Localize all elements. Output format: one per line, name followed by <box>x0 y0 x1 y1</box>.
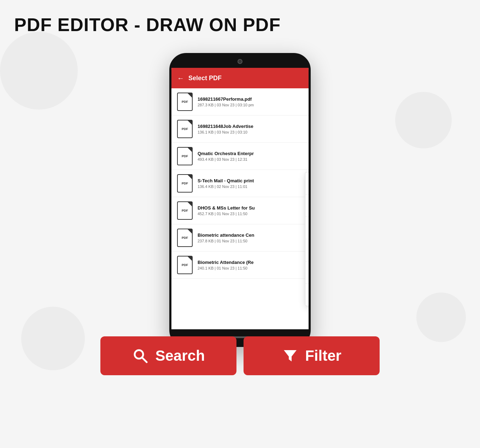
pdf-icon-4: PDF <box>177 201 193 220</box>
pdf-name-1: 1698211648Job Advertise <box>198 124 303 129</box>
page-title: PDF EDITOR - DRAW ON PDF <box>7 14 473 35</box>
pdf-item-1[interactable]: PDF 1698211648Job Advertise 136.1 KB | 0… <box>171 116 309 143</box>
search-icon <box>132 347 149 364</box>
phone-screen: ← Select PDF PDF 1698211667Performa.pdf … <box>171 68 309 329</box>
pdf-meta-1: 136.1 KB | 03 Nov 23 | 03:10 <box>198 130 303 134</box>
pdf-icon-1: PDF <box>177 120 193 138</box>
deco-circle-bl <box>21 307 85 370</box>
pdf-name-6: Biometric Attendance (Re <box>198 260 303 265</box>
phone-frame: ← Select PDF PDF 1698211667Performa.pdf … <box>169 53 311 347</box>
sort-option-4[interactable]: Size Ascending <box>305 261 309 284</box>
filter-icon <box>282 347 299 364</box>
bottom-buttons: Search Filter <box>100 336 380 375</box>
app-header-title: Select PDF <box>188 75 222 82</box>
deco-circle-tr <box>395 92 452 148</box>
sort-option-3[interactable]: Date Descending <box>305 239 309 261</box>
deco-circle-br <box>416 293 466 342</box>
pdf-item-3[interactable]: PDF S-Tech Mail - Qmatic print 136.4 KB … <box>171 170 309 197</box>
sort-option-0[interactable]: Name Ascending <box>305 172 309 195</box>
pdf-icon-0: PDF <box>177 93 193 111</box>
sort-option-1[interactable]: Name Descending <box>305 195 309 217</box>
phone-notch-bar <box>171 55 309 68</box>
main-scene: ← Select PDF PDF 1698211667Performa.pdf … <box>99 53 381 375</box>
filter-button[interactable]: Filter <box>244 336 380 375</box>
back-button[interactable]: ← <box>177 74 184 82</box>
pdf-icon-3: PDF <box>177 174 193 193</box>
pdf-item-6[interactable]: PDF Biometric Attendance (Re 240.1 KB | … <box>171 252 309 279</box>
search-button-label: Search <box>155 347 205 364</box>
pdf-item-5[interactable]: PDF Biometric attendance Cen 237.8 KB | … <box>171 224 309 252</box>
filter-button-label: Filter <box>305 347 341 364</box>
sort-option-5[interactable]: Size Descending <box>305 284 309 306</box>
svg-line-1 <box>142 358 147 362</box>
pdf-item-2[interactable]: PDF Qmatic Orchestra Enterpr 493.4 KB | … <box>171 143 309 170</box>
pdf-icon-6: PDF <box>177 256 193 274</box>
pdf-icon-5: PDF <box>177 229 193 247</box>
sort-dropdown: Name Ascending Name Descending Date Asce… <box>305 172 309 306</box>
pdf-meta-5: 237.8 KB | 01 Nov 23 | 11:50 <box>198 239 303 243</box>
deco-circle-tl <box>0 32 78 110</box>
pdf-list: PDF 1698211667Performa.pdf 287.3 KB | 03… <box>171 88 309 279</box>
svg-marker-2 <box>284 350 297 361</box>
notch-camera <box>238 59 242 64</box>
pdf-meta-3: 136.4 KB | 02 Nov 23 | 11:01 <box>198 184 303 189</box>
sort-option-2[interactable]: Date Ascending <box>305 217 309 239</box>
pdf-icon-2: PDF <box>177 147 193 165</box>
pdf-name-5: Biometric attendance Cen <box>198 232 303 238</box>
pdf-item-4[interactable]: PDF DHOS & MSs Letter for Su 452.7 KB | … <box>171 197 309 224</box>
app-header: ← Select PDF <box>171 68 309 88</box>
search-button[interactable]: Search <box>100 336 236 375</box>
pdf-item-0[interactable]: PDF 1698211667Performa.pdf 287.3 KB | 03… <box>171 88 309 116</box>
pdf-meta-2: 493.4 KB | 03 Nov 23 | 12:31 <box>198 157 303 161</box>
pdf-name-4: DHOS & MSs Letter for Su <box>198 205 303 211</box>
pdf-meta-0: 287.3 KB | 03 Nov 23 | 03:10 pm <box>198 103 303 107</box>
pdf-name-0: 1698211667Performa.pdf <box>198 96 303 102</box>
pdf-name-2: Qmatic Orchestra Enterpr <box>198 151 303 156</box>
pdf-meta-6: 240.1 KB | 01 Nov 23 | 11:50 <box>198 266 303 270</box>
pdf-name-3: S-Tech Mail - Qmatic print <box>198 178 303 183</box>
pdf-meta-4: 452.7 KB | 01 Nov 23 | 11:50 <box>198 212 303 216</box>
